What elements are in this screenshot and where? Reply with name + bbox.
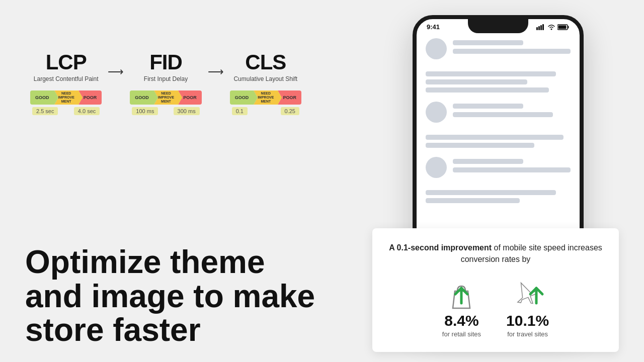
retail-label: for retail sites bbox=[442, 330, 481, 338]
cls-abbr: CLS bbox=[245, 50, 286, 74]
svg-rect-1 bbox=[538, 26, 540, 30]
skeleton-block bbox=[426, 87, 549, 93]
right-section: 9:41 bbox=[372, 0, 624, 362]
lcp-abbr: LCP bbox=[46, 50, 87, 74]
airplane-icon bbox=[510, 277, 545, 312]
skeleton-line bbox=[453, 112, 553, 117]
svg-rect-3 bbox=[542, 24, 544, 30]
lcp-good: GOOD bbox=[30, 90, 54, 105]
travel-stat: 10.1% for travel sites bbox=[506, 277, 549, 338]
lcp-threshold-1: 2.5 sec bbox=[32, 107, 58, 115]
phone-time: 9:41 bbox=[427, 23, 440, 31]
skeleton-line bbox=[453, 104, 523, 109]
signal-icon bbox=[536, 24, 545, 30]
skeleton-avatar-3 bbox=[426, 157, 447, 178]
wifi-icon bbox=[547, 24, 555, 30]
skeleton-line bbox=[453, 159, 523, 164]
cls-good: GOOD bbox=[230, 90, 254, 105]
phone-notch bbox=[468, 19, 528, 33]
skeleton-item-1 bbox=[426, 38, 571, 59]
fid-threshold-1: 100 ms bbox=[132, 107, 158, 115]
svg-rect-0 bbox=[536, 27, 538, 30]
svg-rect-2 bbox=[540, 25, 542, 30]
page-headline: Optimize theme and image to make store f… bbox=[25, 245, 327, 347]
metrics-row: LCP Largest Contentful Paint GOOD NEEDIM… bbox=[30, 50, 342, 115]
skeleton-lines-3 bbox=[453, 159, 571, 176]
skeleton-avatar-2 bbox=[426, 102, 447, 123]
skeleton-line bbox=[453, 40, 523, 45]
skeleton-avatar-1 bbox=[426, 38, 447, 59]
travel-label: for travel sites bbox=[507, 330, 548, 338]
svg-rect-6 bbox=[568, 26, 569, 28]
battery-icon bbox=[557, 24, 570, 30]
cls-thresholds: 0.1 0.25 bbox=[230, 107, 301, 115]
fid-abbr: FID bbox=[149, 50, 182, 74]
arrow-1: ⟶ bbox=[108, 50, 124, 78]
fid-good: GOOD bbox=[130, 90, 154, 105]
skeleton-lines-1 bbox=[453, 40, 571, 57]
arrow-2: ⟶ bbox=[208, 50, 224, 78]
skeleton-line bbox=[453, 49, 571, 54]
left-section: LCP Largest Contentful Paint GOOD NEEDIM… bbox=[20, 0, 342, 362]
shopping-bag-icon bbox=[444, 277, 479, 312]
status-icons bbox=[536, 24, 570, 30]
info-card: A 0.1-second improvement of mobile site … bbox=[372, 228, 619, 352]
cls-threshold-2: 0.25 bbox=[281, 107, 299, 115]
skeleton-item-2 bbox=[426, 102, 571, 123]
info-title-bold: A 0.1-second improvement bbox=[389, 243, 492, 252]
retail-stat: 8.4% for retail sites bbox=[442, 277, 481, 338]
info-card-title: A 0.1-second improvement of mobile site … bbox=[387, 242, 604, 265]
phone-content bbox=[417, 31, 580, 220]
fid-thresholds: 100 ms 300 ms bbox=[130, 107, 201, 115]
fid-name: First Input Delay bbox=[144, 75, 188, 82]
skeleton-block bbox=[426, 79, 527, 84]
skeleton-line bbox=[453, 167, 571, 172]
cls-name: Cumulative Layout Shift bbox=[233, 75, 297, 82]
lcp-threshold-2: 4.0 sec bbox=[74, 107, 100, 115]
svg-point-4 bbox=[551, 28, 552, 30]
skeleton-item-3 bbox=[426, 157, 571, 178]
fid-threshold-2: 300 ms bbox=[174, 107, 200, 115]
lcp-name: Largest Contentful Paint bbox=[34, 75, 99, 82]
skeleton-block bbox=[426, 71, 556, 76]
cls-metric: CLS Cumulative Layout Shift GOOD NEEDIMP… bbox=[230, 50, 301, 115]
retail-number: 8.4% bbox=[444, 312, 478, 329]
travel-number: 10.1% bbox=[506, 312, 549, 329]
cwv-diagram: LCP Largest Contentful Paint GOOD NEEDIM… bbox=[30, 50, 342, 115]
fid-metric: FID First Input Delay GOOD NEEDIMPROVEME… bbox=[130, 50, 201, 115]
cls-threshold-1: 0.1 bbox=[232, 107, 248, 115]
svg-rect-7 bbox=[558, 25, 567, 29]
lcp-thresholds: 2.5 sec 4.0 sec bbox=[30, 107, 102, 115]
info-stats: 8.4% for retail sites 10.1% for travel s… bbox=[387, 277, 604, 338]
lcp-metric: LCP Largest Contentful Paint GOOD NEEDIM… bbox=[30, 50, 102, 115]
skeleton-lines-2 bbox=[453, 104, 571, 121]
